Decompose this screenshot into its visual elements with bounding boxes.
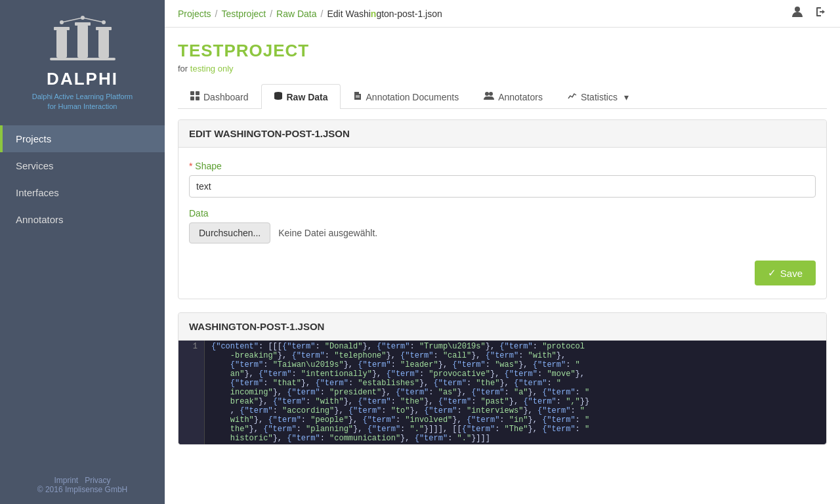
topbar-icons <box>791 5 827 22</box>
tab-annotators[interactable]: Annotators <box>471 84 555 109</box>
required-asterisk: * <box>189 161 192 171</box>
data-label: Data <box>189 208 816 219</box>
breadcrumb-projects[interactable]: Projects <box>178 9 211 19</box>
sidebar-item-projects[interactable]: Projects <box>0 125 165 152</box>
svg-line-11 <box>83 18 104 22</box>
sidebar-logo-icon <box>43 13 122 66</box>
breadcrumb-current: Edit Washington-post-1.json <box>327 9 442 19</box>
project-title: TESTPROJECT <box>178 41 827 61</box>
breadcrumb-sep-2: / <box>270 9 272 19</box>
svg-rect-15 <box>190 96 194 100</box>
edit-panel-header: EDIT WASHINGTON-POST-1.JSON <box>178 120 826 148</box>
sidebar: DALPHI Dalphi Active Learning Platform f… <box>0 0 165 504</box>
svg-point-12 <box>795 7 800 12</box>
svg-rect-0 <box>50 58 116 60</box>
svg-rect-3 <box>98 30 109 58</box>
file-status: Keine Datei ausgewählt. <box>278 228 377 238</box>
file-input-group: Durchsuchen... Keine Datei ausgewählt. <box>189 222 816 243</box>
edit-panel-body: * Shape Data Durchsuchen... Keine Datei … <box>178 148 826 299</box>
svg-rect-1 <box>56 30 67 58</box>
shape-form-group: * Shape <box>189 161 816 198</box>
main-area: Projects / Testproject / Raw Data / Edit… <box>165 0 840 504</box>
copyright: © 2016 Implisense GmbH <box>10 485 155 494</box>
json-line-1: 1 {"content": [[[{"term": "Donald"}, {"t… <box>178 341 826 444</box>
page-body: TESTPROJECT for testing only Dashboard <box>165 28 840 504</box>
breadcrumb: Projects / Testproject / Raw Data / Edit… <box>178 9 442 19</box>
json-viewer[interactable]: 1 {"content": [[[{"term": "Donald"}, {"t… <box>178 341 826 444</box>
save-button[interactable]: ✓ Save <box>755 261 816 285</box>
tab-annotation-documents[interactable]: Annotation Documents <box>341 84 472 109</box>
logout-icon[interactable] <box>814 5 827 22</box>
imprint-link[interactable]: Imprint <box>54 476 78 485</box>
edit-panel: EDIT WASHINGTON-POST-1.JSON * Shape Data… <box>178 119 827 299</box>
svg-rect-14 <box>196 91 200 95</box>
testing-only-link[interactable]: testing only <box>190 64 234 74</box>
users-icon <box>484 91 494 102</box>
svg-point-20 <box>485 92 489 96</box>
json-panel: WASHINGTON-POST-1.JSON 1 {"content": [[[… <box>178 312 827 445</box>
browse-button[interactable]: Durchsuchen... <box>189 222 270 243</box>
tab-raw-data[interactable]: Raw Data <box>261 84 341 109</box>
sidebar-item-services[interactable]: Services <box>0 152 165 179</box>
svg-rect-16 <box>196 96 200 100</box>
sidebar-nav: Projects Services Interfaces Annotators <box>0 125 165 466</box>
breadcrumb-raw-data[interactable]: Raw Data <box>276 9 316 19</box>
svg-rect-4 <box>54 27 70 30</box>
tab-dashboard[interactable]: Dashboard <box>178 84 261 109</box>
user-icon[interactable] <box>791 5 804 22</box>
statistics-dropdown-arrow: ▾ <box>624 92 629 102</box>
dashboard-icon <box>190 91 200 102</box>
database-icon <box>274 91 283 102</box>
topbar: Projects / Testproject / Raw Data / Edit… <box>165 0 840 28</box>
shape-label: * Shape <box>189 161 816 171</box>
sidebar-item-interfaces[interactable]: Interfaces <box>0 179 165 206</box>
shape-input[interactable] <box>189 175 816 198</box>
svg-rect-6 <box>96 27 112 30</box>
line-number: 1 <box>178 341 205 444</box>
tab-statistics[interactable]: Statistics ▾ <box>555 84 641 109</box>
chart-icon <box>568 91 577 102</box>
breadcrumb-sep-1: / <box>215 9 218 19</box>
json-panel-header: WASHINGTON-POST-1.JSON <box>178 313 826 341</box>
file-icon <box>353 91 362 102</box>
svg-point-21 <box>489 92 493 96</box>
privacy-link[interactable]: Privacy <box>85 476 110 485</box>
svg-line-10 <box>62 18 83 22</box>
breadcrumb-sep-3: / <box>321 9 324 19</box>
sidebar-item-annotators[interactable]: Annotators <box>0 206 165 233</box>
svg-rect-5 <box>75 22 91 26</box>
line-content: {"content": [[[{"term": "Donald"}, {"ter… <box>205 341 596 444</box>
save-area: ✓ Save <box>189 254 816 285</box>
sidebar-logo-area: DALPHI Dalphi Active Learning Platform f… <box>0 0 165 119</box>
sidebar-subtitle: Dalphi Active Learning Platform for Huma… <box>32 92 133 112</box>
project-subtitle: for testing only <box>178 64 827 74</box>
svg-rect-2 <box>77 25 88 58</box>
sidebar-footer: Imprint Privacy © 2016 Implisense GmbH <box>0 466 165 504</box>
breadcrumb-testproject[interactable]: Testproject <box>221 9 266 19</box>
data-form-group: Data Durchsuchen... Keine Datei ausgewäh… <box>189 208 816 243</box>
svg-rect-13 <box>190 91 194 95</box>
sidebar-title: DALPHI <box>47 69 118 89</box>
tabs: Dashboard Raw Data <box>178 84 827 109</box>
check-icon: ✓ <box>768 267 776 279</box>
